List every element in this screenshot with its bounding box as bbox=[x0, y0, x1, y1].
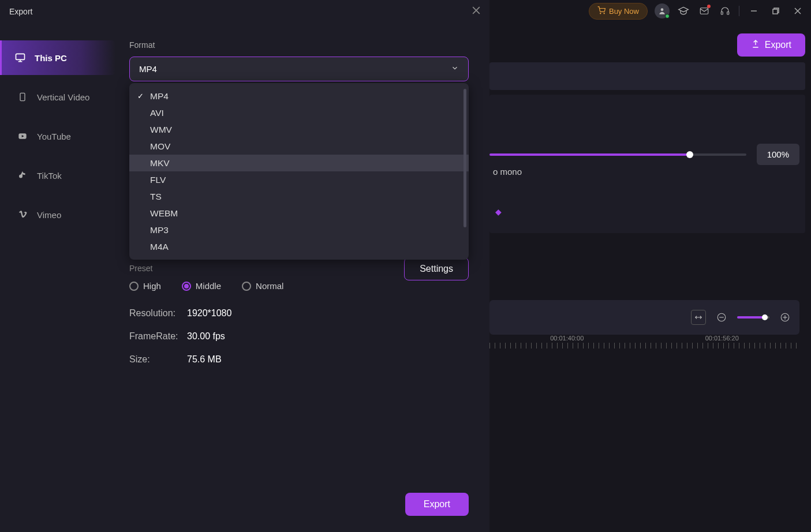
svg-rect-4 bbox=[721, 12, 723, 15]
headset-icon[interactable] bbox=[718, 4, 732, 18]
radio-icon bbox=[242, 282, 251, 291]
format-option-m4a[interactable]: M4A bbox=[129, 238, 469, 255]
svg-point-0 bbox=[600, 13, 601, 13]
preset-radio-middle[interactable]: Middle bbox=[182, 281, 221, 291]
buy-now-button[interactable]: Buy Now bbox=[589, 3, 648, 20]
sidebar-item-vertical-video[interactable]: Vertical Video bbox=[2, 80, 115, 114]
buy-now-label: Buy Now bbox=[609, 7, 639, 16]
vimeo-icon bbox=[16, 209, 29, 220]
maximize-button[interactable] bbox=[768, 3, 783, 18]
slider-thumb-icon[interactable] bbox=[686, 151, 693, 158]
format-value: MP4 bbox=[139, 64, 157, 74]
phone-icon bbox=[16, 91, 29, 103]
format-option-flv[interactable]: FLV bbox=[129, 171, 469, 188]
svg-point-1 bbox=[604, 13, 604, 13]
preset-radio-high[interactable]: High bbox=[129, 281, 161, 291]
format-option-webm[interactable]: WEBM bbox=[129, 205, 469, 222]
sidebar-item-tiktok[interactable]: TikTok bbox=[2, 158, 115, 193]
dialog-titlebar: Export bbox=[0, 0, 489, 23]
export-panel-label: Export bbox=[765, 40, 791, 50]
fit-width-icon[interactable] bbox=[691, 310, 706, 325]
graduation-icon[interactable] bbox=[677, 4, 690, 18]
radio-label: High bbox=[143, 281, 161, 291]
format-dropdown: MP4AVIWMVMOVMKVFLVTSWEBMMP3M4A bbox=[129, 83, 469, 260]
svg-rect-20 bbox=[20, 93, 25, 100]
profile-icon[interactable] bbox=[655, 3, 670, 18]
audio-mode-text: o mono bbox=[493, 167, 522, 177]
format-option-mp3[interactable]: MP3 bbox=[129, 222, 469, 238]
svg-rect-5 bbox=[727, 12, 729, 15]
radio-icon bbox=[129, 282, 139, 291]
svg-point-2 bbox=[661, 8, 664, 11]
format-select[interactable]: MP4 bbox=[129, 57, 469, 81]
radio-label: Normal bbox=[256, 281, 283, 291]
timeline-toolbar bbox=[489, 300, 799, 335]
close-icon[interactable] bbox=[472, 6, 480, 17]
size-row: Size: 75.6 MB bbox=[129, 354, 469, 365]
export-confirm-button[interactable]: Export bbox=[405, 493, 469, 516]
chevron-down-icon bbox=[451, 64, 459, 74]
app-header: Buy Now bbox=[583, 0, 811, 22]
settings-button[interactable]: Settings bbox=[404, 257, 469, 280]
ruler-ticks bbox=[489, 343, 799, 349]
mail-icon[interactable] bbox=[697, 4, 711, 18]
resolution-value: 1920*1080 bbox=[187, 308, 231, 319]
sidebar-item-youtube[interactable]: YouTube bbox=[2, 119, 115, 153]
zoom-out-button[interactable] bbox=[714, 310, 729, 325]
panel-strip bbox=[489, 62, 805, 90]
radio-label: Middle bbox=[196, 281, 221, 291]
panel-body: 100% o mono ◆ bbox=[489, 95, 805, 233]
opacity-slider[interactable] bbox=[489, 153, 746, 156]
notification-dot-icon bbox=[707, 5, 711, 8]
close-window-button[interactable] bbox=[790, 3, 805, 18]
format-option-mkv[interactable]: MKV bbox=[129, 155, 469, 171]
status-dot-icon bbox=[665, 14, 670, 18]
tiktok-icon bbox=[16, 170, 29, 181]
opacity-value: 100% bbox=[757, 144, 799, 165]
sidebar-item-label: Vertical Video bbox=[37, 92, 89, 102]
size-key: Size: bbox=[129, 354, 187, 365]
svg-rect-7 bbox=[773, 9, 778, 14]
youtube-icon bbox=[16, 132, 29, 141]
sidebar-item-label: Vimeo bbox=[37, 210, 61, 220]
cart-icon bbox=[597, 6, 606, 16]
framerate-row: FrameRate: 30.00 fps bbox=[129, 331, 469, 342]
format-option-avi[interactable]: AVI bbox=[129, 104, 469, 121]
svg-rect-3 bbox=[700, 8, 708, 14]
dialog-title: Export bbox=[9, 7, 32, 16]
size-value: 75.6 MB bbox=[187, 354, 222, 365]
dropdown-scrollbar[interactable] bbox=[464, 89, 466, 227]
diamond-icon: ◆ bbox=[495, 207, 502, 216]
export-dialog: Export This PC Vertical Video YouTube Ti… bbox=[0, 0, 489, 532]
resolution-key: Resolution: bbox=[129, 308, 187, 319]
export-panel-button[interactable]: Export bbox=[737, 33, 805, 57]
export-main: Format MP4 MP4AVIWMVMOVMKVFLVTSWEBMMP3M4… bbox=[115, 23, 489, 532]
sidebar-item-label: This PC bbox=[35, 53, 67, 63]
preset-radio-normal[interactable]: Normal bbox=[242, 281, 283, 291]
export-sidebar: This PC Vertical Video YouTube TikTok Vi… bbox=[0, 23, 115, 532]
resolution-row: Resolution: 1920*1080 bbox=[129, 308, 469, 319]
editor-panel: Export 100% o mono ◆ 00:01:40:00 00:01:5… bbox=[489, 22, 811, 532]
ruler-timestamp: 00:01:40:00 bbox=[550, 335, 584, 342]
sidebar-item-label: YouTube bbox=[37, 132, 71, 141]
radio-icon bbox=[182, 282, 191, 291]
zoom-thumb-icon[interactable] bbox=[762, 314, 768, 320]
framerate-key: FrameRate: bbox=[129, 331, 187, 342]
format-option-wmv[interactable]: WMV bbox=[129, 121, 469, 138]
format-option-ts[interactable]: TS bbox=[129, 188, 469, 205]
format-option-mp4[interactable]: MP4 bbox=[129, 88, 469, 104]
timeline-ruler[interactable]: 00:01:40:00 00:01:56:20 bbox=[489, 335, 799, 355]
zoom-in-button[interactable] bbox=[778, 310, 793, 325]
zoom-slider[interactable] bbox=[737, 316, 769, 319]
sidebar-item-label: TikTok bbox=[37, 171, 62, 181]
minimize-button[interactable] bbox=[746, 3, 761, 18]
monitor-icon bbox=[14, 52, 27, 63]
format-option-mov[interactable]: MOV bbox=[129, 138, 469, 155]
info-section: Resolution: 1920*1080 FrameRate: 30.00 f… bbox=[129, 308, 469, 365]
sidebar-item-this-pc[interactable]: This PC bbox=[0, 40, 115, 75]
ruler-timestamp: 00:01:56:20 bbox=[705, 335, 739, 342]
sidebar-item-vimeo[interactable]: Vimeo bbox=[2, 197, 115, 232]
svg-rect-17 bbox=[16, 54, 25, 59]
upload-icon bbox=[751, 39, 760, 51]
header-divider bbox=[739, 6, 739, 16]
